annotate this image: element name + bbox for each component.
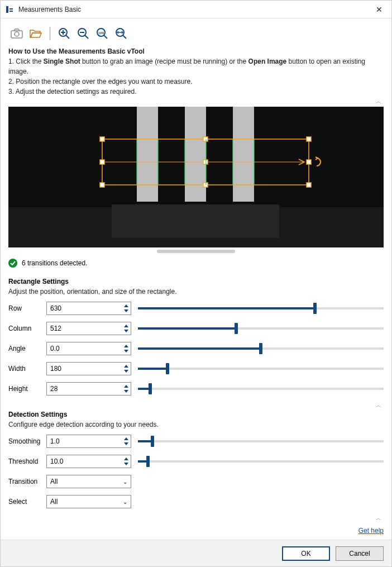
transition-select[interactable]: All ⌄ xyxy=(46,475,131,488)
angle-label: Angle xyxy=(8,345,46,352)
row-spin-buttons[interactable] xyxy=(122,302,131,315)
cancel-button[interactable]: Cancel xyxy=(336,546,384,561)
svg-marker-50 xyxy=(124,385,128,388)
smoothing-label: Smoothing xyxy=(8,437,46,445)
svg-marker-42 xyxy=(124,304,128,307)
height-slider[interactable] xyxy=(138,384,384,393)
row-label: Row xyxy=(8,304,46,312)
svg-marker-43 xyxy=(124,309,128,312)
chevron-down-icon: ⌄ xyxy=(123,499,127,505)
row-slider[interactable] xyxy=(138,304,384,313)
instructions-heading: How to Use the Measurements Basic vTool xyxy=(8,46,384,56)
get-help-link[interactable]: Get help xyxy=(358,527,384,535)
svg-rect-29 xyxy=(100,160,104,164)
smoothing-slider[interactable] xyxy=(138,437,384,446)
image-scrollbar[interactable] xyxy=(157,250,235,253)
close-button[interactable]: ✕ xyxy=(371,3,387,16)
instructions: How to Use the Measurements Basic vTool … xyxy=(8,46,384,97)
row-spinner[interactable] xyxy=(46,302,131,315)
height-field-row: Height xyxy=(8,382,384,396)
svg-marker-48 xyxy=(124,365,128,368)
instruction-line-1: 1. Click the Single Shot button to grab … xyxy=(8,56,384,77)
transition-label: Transition xyxy=(8,478,46,485)
width-slider[interactable] xyxy=(138,364,384,373)
toolbar: 100 xyxy=(8,25,384,42)
svg-rect-28 xyxy=(307,137,311,141)
svg-marker-55 xyxy=(124,463,128,465)
width-field-row: Width xyxy=(8,361,384,376)
image-viewer[interactable] xyxy=(8,107,384,247)
svg-marker-51 xyxy=(124,390,128,393)
height-spin-buttons[interactable] xyxy=(122,383,131,395)
row-input[interactable] xyxy=(47,304,122,312)
window-title: Measurements Basic xyxy=(18,6,371,13)
svg-rect-32 xyxy=(100,183,104,187)
chevron-up-icon[interactable]: ︿ xyxy=(374,514,384,522)
svg-rect-2 xyxy=(9,11,13,12)
content-area: 100 How to Use the Measurements Basic vT… xyxy=(1,18,391,535)
threshold-label: Threshold xyxy=(8,458,46,465)
height-input[interactable] xyxy=(47,385,122,393)
zoom-100-button[interactable]: 100 xyxy=(94,25,111,42)
column-input[interactable] xyxy=(47,325,122,332)
smoothing-input[interactable] xyxy=(47,437,122,445)
column-spinner[interactable] xyxy=(46,322,131,335)
svg-rect-23 xyxy=(233,107,254,202)
threshold-spinner[interactable] xyxy=(46,455,131,468)
spin-updown-icon xyxy=(123,364,129,373)
smoothing-spinner[interactable] xyxy=(46,435,131,448)
svg-marker-44 xyxy=(124,325,128,327)
detection-settings-title: Detection Settings xyxy=(8,411,384,418)
success-check-icon xyxy=(8,259,17,268)
open-image-button[interactable] xyxy=(27,25,44,42)
zoom-100-icon: 100 xyxy=(96,27,108,40)
smoothing-field-row: Smoothing xyxy=(8,434,384,449)
chevron-down-icon: ⌄ xyxy=(123,479,127,485)
detection-settings-subtitle: Configure edge detection according to yo… xyxy=(8,421,384,428)
chevron-up-icon[interactable]: ︿ xyxy=(374,402,384,409)
svg-line-6 xyxy=(66,35,69,39)
svg-marker-47 xyxy=(124,350,128,352)
threshold-slider[interactable] xyxy=(138,457,384,466)
svg-line-16 xyxy=(123,35,126,39)
angle-input[interactable] xyxy=(47,345,122,352)
chevron-up-icon[interactable]: ︿ xyxy=(374,98,384,106)
footer: OK Cancel xyxy=(1,540,391,566)
select-select[interactable]: All ⌄ xyxy=(46,495,131,508)
width-spin-buttons[interactable] xyxy=(122,363,131,375)
zoom-fit-button[interactable] xyxy=(113,25,130,42)
spin-updown-icon xyxy=(123,457,129,466)
column-spin-buttons[interactable] xyxy=(122,322,131,335)
rectangle-settings-title: Rectangle Settings xyxy=(8,278,384,285)
instructions-collapse-row: ︿ xyxy=(8,98,384,106)
ok-button[interactable]: OK xyxy=(282,546,330,561)
angle-slider[interactable] xyxy=(138,344,384,353)
instruction-line-3: 3. Adjust the detection settings as requ… xyxy=(8,87,384,97)
single-shot-button[interactable] xyxy=(8,25,25,42)
svg-rect-34 xyxy=(307,183,311,187)
select-label: Select xyxy=(8,498,46,506)
status-row: 6 transitions detected. xyxy=(8,259,384,268)
angle-spinner[interactable] xyxy=(46,342,131,355)
svg-rect-0 xyxy=(6,6,8,13)
threshold-input[interactable] xyxy=(47,458,122,465)
smoothing-spin-buttons[interactable] xyxy=(122,435,131,447)
width-label: Width xyxy=(8,365,46,373)
column-slider[interactable] xyxy=(138,324,384,333)
height-spinner[interactable] xyxy=(46,382,131,396)
toolbar-separator xyxy=(50,27,50,40)
svg-rect-1 xyxy=(9,8,13,9)
svg-line-10 xyxy=(85,35,88,39)
svg-rect-27 xyxy=(203,137,208,141)
zoom-in-button[interactable] xyxy=(56,25,73,42)
svg-rect-30 xyxy=(203,160,208,164)
threshold-spin-buttons[interactable] xyxy=(122,455,131,468)
svg-rect-20 xyxy=(112,204,279,238)
width-input[interactable] xyxy=(47,365,122,373)
svg-rect-33 xyxy=(203,183,208,187)
angle-spin-buttons[interactable] xyxy=(122,342,131,355)
zoom-out-button[interactable] xyxy=(75,25,92,42)
rectangle-settings-subtitle: Adjust the position, orientation, and si… xyxy=(8,288,384,296)
width-spinner[interactable] xyxy=(46,362,131,375)
help-row: Get help xyxy=(8,527,384,535)
